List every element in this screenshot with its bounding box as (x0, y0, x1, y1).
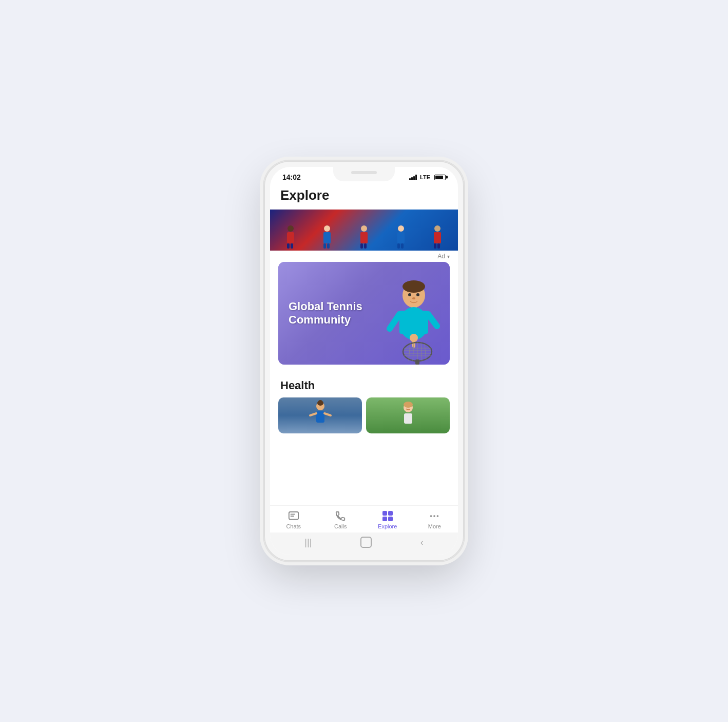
health-person-1-icon (305, 400, 336, 431)
home-button[interactable] (360, 537, 372, 548)
svg-line-8 (390, 314, 399, 329)
nav-chats[interactable]: Chats (270, 510, 317, 529)
phone-screen: 14:02 LTE Explore (270, 167, 458, 555)
svg-rect-26 (316, 411, 324, 423)
health-section-title: Health (270, 373, 458, 397)
svg-rect-37 (382, 517, 387, 521)
nav-calls[interactable]: Calls (317, 510, 365, 529)
ad-card[interactable]: Global Tennis Community (278, 262, 450, 365)
svg-line-20 (421, 343, 422, 361)
svg-line-28 (324, 413, 331, 415)
more-icon (428, 510, 440, 522)
svg-point-1 (403, 280, 425, 293)
nav-more[interactable]: More (411, 510, 458, 529)
ad-label-row: Ad ▾ (270, 251, 458, 262)
svg-point-2 (408, 293, 411, 296)
svg-rect-38 (388, 517, 393, 521)
notch-pill (351, 171, 377, 174)
svg-point-40 (433, 515, 435, 517)
explore-icon (381, 510, 394, 522)
svg-point-4 (412, 297, 415, 299)
nav-explore[interactable]: Explore (364, 510, 411, 529)
health-images-row (270, 397, 458, 442)
soccer-person-2 (323, 225, 331, 249)
svg-rect-7 (399, 311, 428, 334)
bottom-nav: Chats Calls (270, 505, 458, 533)
svg-point-41 (437, 515, 439, 517)
ad-title-line2: Community (289, 313, 362, 327)
content-area[interactable]: Ad ▾ Global Tennis Community (270, 210, 458, 505)
ad-text: Ad (437, 253, 445, 260)
health-image-2[interactable] (366, 397, 450, 433)
soccer-person-4 (397, 225, 405, 249)
ad-text-block: Global Tennis Community (289, 300, 362, 327)
svg-point-3 (416, 293, 419, 296)
battery-icon (434, 175, 446, 180)
calls-label: Calls (334, 523, 347, 529)
soccer-banner (270, 210, 458, 251)
svg-point-30 (404, 402, 413, 408)
lte-icon: LTE (420, 174, 430, 180)
svg-rect-36 (388, 511, 393, 516)
calls-icon (334, 510, 347, 522)
soccer-person-5 (434, 225, 441, 249)
svg-line-21 (425, 344, 426, 360)
svg-line-17 (409, 343, 410, 361)
svg-line-9 (428, 314, 437, 326)
health-person-2-icon (393, 400, 424, 431)
ad-title-line1: Global Tennis (289, 300, 362, 313)
svg-rect-35 (382, 511, 387, 516)
chats-label: Chats (286, 523, 301, 529)
svg-rect-22 (415, 359, 419, 365)
home-indicator: ||| ‹ (270, 533, 458, 555)
soccer-person-3 (360, 225, 368, 249)
back-button[interactable]: ‹ (420, 537, 424, 548)
app-header: Explore (270, 183, 458, 210)
signal-icon (409, 174, 417, 180)
health-image-1[interactable] (278, 397, 362, 433)
svg-rect-31 (404, 413, 412, 424)
status-time: 14:02 (282, 173, 301, 181)
phone-device: 14:02 LTE Explore (264, 161, 464, 561)
more-label: More (428, 523, 441, 529)
menu-button[interactable]: ||| (304, 537, 312, 548)
tennis-character (378, 272, 445, 365)
soccer-person-1 (287, 225, 294, 249)
svg-point-25 (318, 400, 322, 404)
chevron-down-icon: ▾ (447, 254, 450, 259)
svg-point-39 (430, 515, 432, 517)
notch (333, 167, 395, 181)
page-title: Explore (280, 187, 448, 203)
svg-line-27 (310, 413, 316, 415)
explore-label: Explore (378, 523, 397, 529)
status-icons: LTE (409, 174, 446, 180)
chats-icon (288, 510, 300, 522)
